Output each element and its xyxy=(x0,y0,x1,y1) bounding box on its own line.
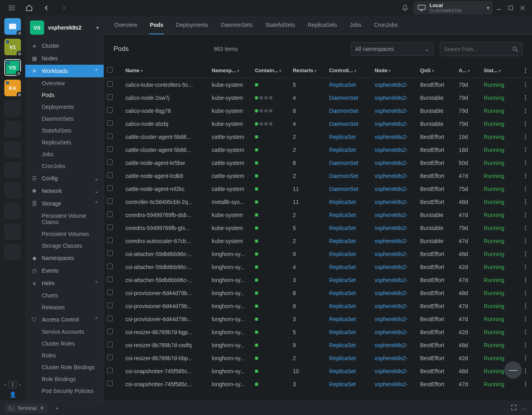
chevron-up-icon[interactable]: ︿ xyxy=(522,405,527,412)
sidebar-item-network[interactable]: ✱Network⌄ xyxy=(25,185,104,197)
row-checkbox[interactable] xyxy=(107,303,113,308)
controller-link[interactable]: ReplicaSet xyxy=(326,143,371,156)
cluster-selector[interactable]: VS vspherek8s2 ▾ xyxy=(25,16,104,39)
table-row[interactable]: cattle-cluster-agent-5b88...cattle-syste… xyxy=(104,130,532,143)
controller-link[interactable]: DaemonSet xyxy=(326,117,371,130)
rail-pager[interactable]: ‹1› xyxy=(5,381,21,388)
controller-link[interactable]: ReplicaSet xyxy=(326,221,371,234)
node-link[interactable]: vspherek8s2- xyxy=(372,182,417,195)
sidebar-subitem[interactable]: Cluster Roles xyxy=(25,338,104,350)
table-row[interactable]: cattle-node-agent-ml2kccattle-system11Da… xyxy=(104,182,532,195)
row-menu-icon[interactable] xyxy=(523,134,529,139)
rail-tile[interactable]: V1⚙ xyxy=(4,39,21,55)
row-menu-icon[interactable] xyxy=(523,121,529,126)
table-row[interactable]: csi-resizer-8b789b7d-hbp...longhorn-sy..… xyxy=(104,351,532,365)
sidebar-subitem[interactable]: Releases xyxy=(25,301,104,313)
gear-icon[interactable]: ⚙ xyxy=(17,30,22,36)
close-icon[interactable]: ✕ xyxy=(40,405,44,411)
tab-replicasets[interactable]: ReplicaSets xyxy=(307,16,338,34)
search-input[interactable] xyxy=(444,46,512,52)
controller-link[interactable]: ReplicaSet xyxy=(326,273,371,286)
node-link[interactable]: vspherek8s2- xyxy=(372,273,417,286)
sidebar-subitem[interactable]: Deployments xyxy=(25,101,104,113)
rail-tile[interactable]: KA⚙ xyxy=(4,80,21,96)
row-checkbox[interactable] xyxy=(107,342,113,347)
tab-pods[interactable]: Pods xyxy=(149,16,164,34)
terminal-tab[interactable]: Terminal ✕ xyxy=(5,403,48,413)
row-checkbox[interactable] xyxy=(107,159,113,165)
node-link[interactable]: vspherek8s2- xyxy=(372,78,417,92)
controller-link[interactable]: DaemonSet xyxy=(326,169,371,182)
table-row[interactable]: coredns-59499769fb-dsb...kube-system2Rep… xyxy=(104,208,532,221)
row-menu-icon[interactable] xyxy=(523,303,529,308)
controller-link[interactable]: ReplicaSet xyxy=(326,378,371,391)
row-menu-icon[interactable] xyxy=(523,173,529,178)
sidebar-subitem[interactable]: Role Bindings xyxy=(25,373,104,385)
row-checkbox[interactable] xyxy=(107,120,113,126)
table-row[interactable]: coredns-autoscaler-67cb...kube-system2Re… xyxy=(104,234,532,247)
table-row[interactable]: csi-attacher-59db6bb96c-...longhorn-sy..… xyxy=(104,273,532,286)
node-link[interactable]: vspherek8s2- xyxy=(372,325,417,338)
node-link[interactable]: vspherek8s2- xyxy=(372,195,417,208)
sidebar-item-config[interactable]: ☰Config⌄ xyxy=(25,172,104,185)
controller-link[interactable]: ReplicaSet xyxy=(326,312,371,325)
row-checkbox[interactable] xyxy=(107,94,113,100)
table-row[interactable]: csi-snapshotter-745f585c...longhorn-sy..… xyxy=(104,378,532,391)
column-header[interactable]: Namesp...▾ xyxy=(208,63,252,78)
row-checkbox[interactable] xyxy=(107,172,113,178)
home-icon[interactable] xyxy=(24,2,35,13)
controller-link[interactable]: DaemonSet xyxy=(326,182,371,195)
table-row[interactable]: cattle-node-agent-lcdk8cattle-system2Dae… xyxy=(104,169,532,182)
tab-statefulsets[interactable]: StatefulSets xyxy=(264,16,296,34)
table-row[interactable]: csi-provisioner-6d44d79b...longhorn-sy..… xyxy=(104,312,532,325)
controller-link[interactable]: ReplicaSet xyxy=(326,130,371,143)
column-header[interactable]: Name▾ xyxy=(122,63,208,78)
sidebar-subitem[interactable]: Persistent Volumes xyxy=(25,228,104,240)
node-link[interactable]: vspherek8s2- xyxy=(372,365,417,378)
sidebar-subitem[interactable]: DaemonSets xyxy=(25,113,104,125)
sidebar-item-access-control[interactable]: 🛡Access Control⌃ xyxy=(25,313,104,326)
row-menu-icon[interactable] xyxy=(523,95,529,100)
node-link[interactable]: vspherek8s2- xyxy=(372,104,417,117)
add-terminal-button[interactable]: ＋ xyxy=(52,403,62,413)
tab-jobs[interactable]: Jobs xyxy=(349,16,362,34)
node-link[interactable]: vspherek8s2- xyxy=(372,221,417,234)
node-link[interactable]: vspherek8s2- xyxy=(372,338,417,351)
row-checkbox[interactable] xyxy=(107,290,113,295)
minimize-icon[interactable] xyxy=(497,6,501,10)
node-link[interactable]: vspherek8s2- xyxy=(372,208,417,221)
rail-tile[interactable]: VS⚙ xyxy=(4,59,21,76)
row-menu-icon[interactable] xyxy=(523,251,529,256)
controller-link[interactable]: ReplicaSet xyxy=(326,247,371,260)
row-checkbox[interactable] xyxy=(107,316,113,321)
controller-link[interactable]: DaemonSet xyxy=(326,104,371,117)
node-link[interactable]: vspherek8s2- xyxy=(372,378,417,391)
column-header[interactable]: Restarts▾ xyxy=(290,63,326,78)
node-link[interactable]: vspherek8s2- xyxy=(372,91,417,104)
tab-deployments[interactable]: Deployments xyxy=(175,16,209,34)
table-row[interactable]: calico-node-2sw7jkube-system4DaemonSetvs… xyxy=(104,91,532,104)
table-row[interactable]: calico-node-sbzbjkube-system4DaemonSetvs… xyxy=(104,117,532,130)
node-link[interactable]: vspherek8s2- xyxy=(372,286,417,299)
menu-icon[interactable] xyxy=(6,2,17,13)
node-link[interactable]: vspherek8s2- xyxy=(372,351,417,365)
controller-link[interactable]: ReplicaSet xyxy=(326,338,371,351)
tab-overview[interactable]: Overview xyxy=(113,16,138,34)
node-link[interactable]: vspherek8s2- xyxy=(372,247,417,260)
sidebar-subitem[interactable]: Roles xyxy=(25,350,104,361)
back-icon[interactable] xyxy=(41,2,52,13)
row-menu-icon[interactable] xyxy=(523,381,529,387)
row-menu-icon[interactable] xyxy=(523,342,529,348)
sidebar-item-workloads[interactable]: ⚛Workloads⌃ xyxy=(25,65,104,77)
table-row[interactable]: csi-snapshotter-745f585c...longhorn-sy..… xyxy=(104,365,532,378)
row-checkbox[interactable] xyxy=(107,81,113,87)
row-menu-icon[interactable] xyxy=(523,329,529,335)
gear-icon[interactable]: ⚙ xyxy=(17,51,22,56)
select-all-checkbox[interactable] xyxy=(107,67,113,73)
row-checkbox[interactable] xyxy=(107,250,113,256)
sidebar-item-nodes[interactable]: ▦Nodes xyxy=(25,52,104,65)
row-checkbox[interactable] xyxy=(107,146,113,152)
row-menu-icon[interactable] xyxy=(523,355,529,361)
column-header[interactable]: A...▾ xyxy=(456,63,480,78)
chevron-right-icon[interactable]: › xyxy=(19,382,20,387)
